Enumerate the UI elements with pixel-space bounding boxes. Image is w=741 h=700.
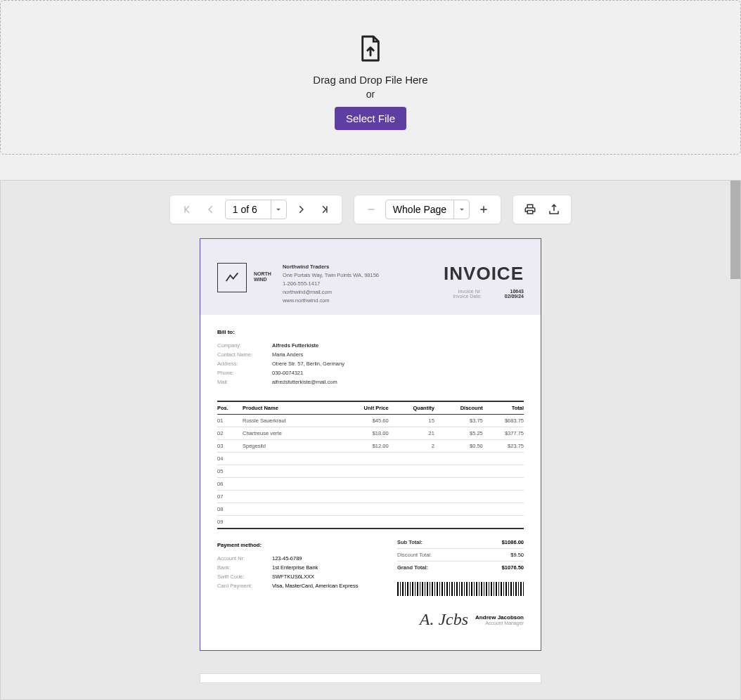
bill-to-grid: Company:Alfreds Futterkiste Contact Name…	[217, 342, 524, 385]
zoom-display: Whole Page	[386, 204, 453, 215]
bill-to-label: Bill to:	[217, 329, 524, 335]
invoice-title: INVOICE	[444, 263, 524, 285]
company-info: Northwind Traders One Portals Way, Twin …	[283, 263, 444, 305]
table-row: 06	[217, 478, 524, 491]
invoice-header: NORTHWIND Northwind Traders One Portals …	[200, 239, 541, 315]
table-row: 05	[217, 465, 524, 478]
invoice-body: Bill to: Company:Alfreds Futterkiste Con…	[200, 315, 541, 650]
file-dropzone[interactable]: Drag and Drop File Here or Select File	[0, 0, 741, 155]
caret-down-icon	[453, 200, 469, 219]
logo-text: NORTHWIND	[254, 271, 271, 283]
totals-block: Sub Total:$1086.00 Discount Total:$9.50 …	[397, 536, 524, 629]
scrollbar-thumb[interactable]	[730, 181, 740, 279]
export-button[interactable]	[544, 200, 564, 219]
actions-group	[513, 195, 572, 224]
next-page-button[interactable]	[291, 200, 311, 219]
prev-page-button[interactable]	[201, 200, 221, 219]
pdf-viewer: 1 of 6 Whole Page	[0, 180, 741, 700]
table-row: 08	[217, 503, 524, 516]
barcode	[397, 582, 524, 596]
table-row: 02Chartreuse verte$18.0021$5.25$377.75	[217, 427, 524, 440]
caret-down-icon	[271, 200, 286, 219]
zoom-in-button[interactable]	[474, 200, 494, 219]
payment-block: Payment method: Account Nr:123-45-6789 B…	[217, 536, 383, 629]
dropzone-or-text: or	[366, 89, 375, 100]
signatory-role: Account Manager	[475, 621, 524, 626]
signature-script: A. Jcbs	[420, 610, 468, 629]
signatory-name: Andrew Jacobson	[475, 614, 524, 621]
document-area[interactable]: NORTHWIND Northwind Traders One Portals …	[1, 238, 740, 665]
invoice-title-block: INVOICE Invoice Nr:10643 Invoice Date:02…	[444, 263, 524, 299]
next-page-peek	[200, 673, 541, 683]
table-row: 03Spegesild$12.002$0.50$23.75	[217, 440, 524, 453]
print-button[interactable]	[520, 200, 540, 219]
table-row: 07	[217, 491, 524, 503]
zoom-out-button[interactable]	[361, 200, 381, 219]
zoom-select[interactable]: Whole Page	[385, 200, 470, 219]
zoom-group: Whole Page	[354, 195, 501, 224]
table-row: 09	[217, 516, 524, 529]
table-row: 04	[217, 453, 524, 465]
document-page: NORTHWIND Northwind Traders One Portals …	[200, 238, 541, 651]
dropzone-text: Drag and Drop File Here	[313, 74, 427, 86]
last-page-button[interactable]	[315, 200, 335, 219]
table-header-row: Pos. Product Name Unit Price Quantity Di…	[217, 401, 524, 415]
viewer-toolbar: 1 of 6 Whole Page	[1, 181, 740, 238]
page-display: 1 of 6	[226, 204, 271, 215]
page-select[interactable]: 1 of 6	[225, 200, 287, 219]
first-page-button[interactable]	[177, 200, 197, 219]
table-row: 01Rossle Sauerkraut$45.6015$3.75$683.75	[217, 415, 524, 427]
file-upload-icon	[359, 34, 382, 65]
select-file-button[interactable]: Select File	[335, 107, 406, 130]
line-items-table: Pos. Product Name Unit Price Quantity Di…	[217, 401, 524, 529]
company-logo	[217, 263, 247, 292]
pagination-group: 1 of 6	[169, 195, 342, 224]
